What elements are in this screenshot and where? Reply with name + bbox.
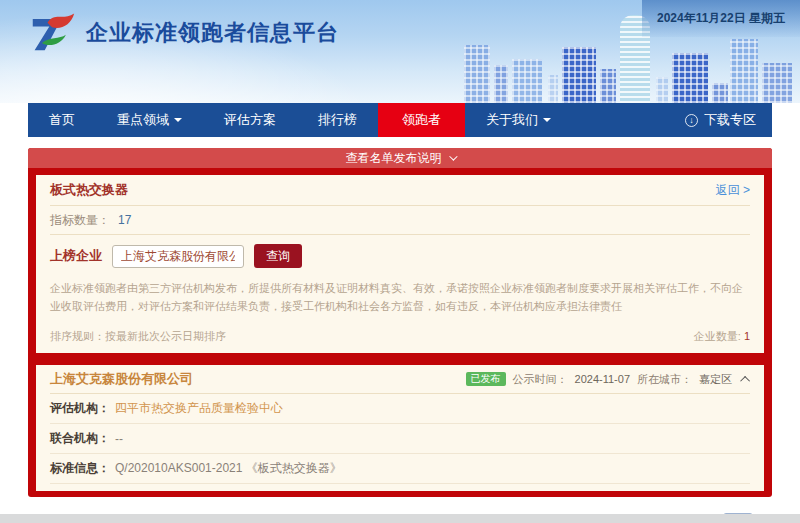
building bbox=[730, 39, 758, 103]
building bbox=[548, 75, 558, 103]
nav-item-key-areas[interactable]: 重点领域 bbox=[96, 103, 203, 137]
joint-agency-label: 联合机构： bbox=[50, 430, 110, 447]
company-count-label: 企业数量: bbox=[694, 330, 741, 342]
main-nav: 首页 重点领域 评估方案 排行榜 领跑者 关于我们 ↓ 下载专区 bbox=[28, 103, 772, 137]
nav-item-evaluation-plan[interactable]: 评估方案 bbox=[203, 103, 297, 137]
sort-rule-text: 排序规则：按最新批次公示日期排序 bbox=[50, 329, 226, 344]
company-search-input[interactable] bbox=[112, 245, 244, 268]
indicator-count-value: 17 bbox=[118, 213, 131, 227]
site-header: 企业标准领跑者信息平台 2024年11月22日 星期五 bbox=[0, 0, 800, 103]
listed-company-label: 上榜企业 bbox=[50, 247, 102, 265]
building bbox=[562, 47, 596, 103]
building bbox=[600, 69, 616, 103]
company-meta: 已发布 公示时间： 2024-11-07 所在城市： 嘉定区 bbox=[466, 372, 750, 387]
sort-rule-row: 排序规则：按最新批次公示日期排序 企业数量:1 bbox=[50, 321, 750, 353]
product-title: 板式热交换器 bbox=[50, 181, 128, 199]
nav-item-ranking[interactable]: 排行榜 bbox=[297, 103, 378, 137]
nav-label: 排行榜 bbox=[318, 111, 357, 129]
product-summary-card: 板式热交换器 返回 > 指标数量： 17 上榜企业 查询 企业标准领跑者由第三方… bbox=[36, 175, 764, 353]
standard-info-label: 标准信息： bbox=[50, 460, 110, 477]
nav-item-home[interactable]: 首页 bbox=[28, 103, 96, 137]
standard-info-row: 标准信息： Q/202010AKS001-2021 《板式热交换器》 bbox=[50, 454, 750, 484]
chevron-up-icon[interactable] bbox=[740, 376, 750, 386]
nav-item-leader[interactable]: 领跑者 bbox=[378, 103, 465, 137]
publish-time-label: 公示时间： bbox=[513, 372, 568, 387]
indicator-count-label: 指标数量： bbox=[50, 212, 110, 229]
company-count: 企业数量:1 bbox=[694, 329, 750, 344]
leader-list-frame: 查看名单发布说明 板式热交换器 返回 > 指标数量： 17 上榜企业 查询 bbox=[28, 148, 772, 497]
query-button[interactable]: 查询 bbox=[254, 244, 302, 268]
download-zone-link[interactable]: ↓ 下载专区 bbox=[685, 103, 772, 137]
company-search-row: 上榜企业 查询 bbox=[50, 235, 750, 277]
site-logo-icon[interactable] bbox=[30, 9, 76, 57]
nav-label: 评估方案 bbox=[224, 111, 276, 129]
evaluation-agency-label: 评估机构： bbox=[50, 400, 110, 417]
footer-strip bbox=[0, 514, 800, 523]
evaluation-agency-row: 评估机构： 四平市热交换产品质量检验中心 bbox=[50, 394, 750, 424]
list-publication-notes-toggle[interactable]: 查看名单发布说明 bbox=[28, 148, 772, 168]
date-display: 2024年11月22日 星期五 bbox=[642, 0, 800, 37]
logo-row: 企业标准领跑者信息平台 bbox=[30, 9, 339, 57]
indicator-count-row: 指标数量： 17 bbox=[50, 206, 750, 235]
building bbox=[672, 53, 708, 103]
standard-info-value: Q/202010AKS001-2021 《板式热交换器》 bbox=[115, 460, 342, 477]
banner-label: 查看名单发布说明 bbox=[346, 150, 442, 167]
chevron-down-icon bbox=[449, 152, 457, 160]
joint-agency-row: 联合机构： -- bbox=[50, 424, 750, 454]
building bbox=[656, 77, 668, 103]
chevron-down-icon bbox=[174, 118, 182, 122]
company-count-value: 1 bbox=[744, 330, 750, 342]
building bbox=[512, 59, 542, 103]
page: 企业标准领跑者信息平台 2024年11月22日 星期五 首页 重点领域 评估方案… bbox=[0, 0, 800, 523]
evaluation-disclaimer-text: 企业标准领跑者由第三方评估机构发布，所提供所有材料及证明材料真实、有效，承诺按照… bbox=[50, 277, 750, 321]
site-title: 企业标准领跑者信息平台 bbox=[86, 18, 339, 48]
company-name-link[interactable]: 上海艾克森股份有限公司 bbox=[50, 370, 193, 388]
nav-label: 重点领域 bbox=[117, 111, 169, 129]
joint-agency-value: -- bbox=[115, 432, 123, 446]
download-icon: ↓ bbox=[685, 114, 698, 127]
status-badge: 已发布 bbox=[466, 372, 506, 386]
nav-item-about-us[interactable]: 关于我们 bbox=[465, 103, 572, 137]
nav-label: 关于我们 bbox=[486, 111, 538, 129]
building bbox=[762, 63, 792, 103]
building bbox=[712, 83, 728, 103]
company-header-row: 上海艾克森股份有限公司 已发布 公示时间： 2024-11-07 所在城市： 嘉… bbox=[50, 365, 750, 394]
evaluation-agency-value[interactable]: 四平市热交换产品质量检验中心 bbox=[115, 400, 283, 417]
company-detail-card: 上海艾克森股份有限公司 已发布 公示时间： 2024-11-07 所在城市： 嘉… bbox=[36, 365, 764, 491]
nav-label: 首页 bbox=[49, 111, 75, 129]
download-label: 下载专区 bbox=[704, 111, 756, 129]
publish-time-value: 2024-11-07 bbox=[575, 373, 630, 385]
nav-label: 领跑者 bbox=[402, 111, 441, 129]
city-value: 嘉定区 bbox=[699, 372, 732, 387]
back-link[interactable]: 返回 > bbox=[716, 182, 750, 199]
city-label: 所在城市： bbox=[637, 372, 692, 387]
chevron-down-icon bbox=[543, 118, 551, 122]
building bbox=[494, 65, 508, 103]
building bbox=[464, 45, 490, 103]
